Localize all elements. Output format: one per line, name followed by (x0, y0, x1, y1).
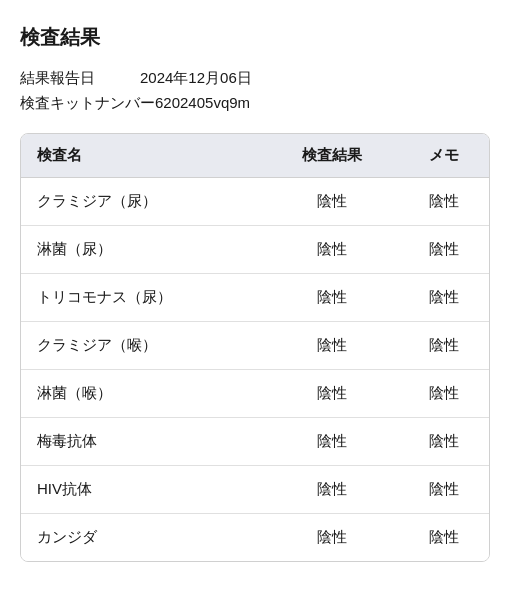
cell-test-name: 淋菌（尿） (21, 226, 264, 274)
date-label: 結果報告日 (20, 69, 140, 88)
cell-test-name: HIV抗体 (21, 466, 264, 514)
cell-test-result: 陰性 (264, 322, 398, 370)
cell-test-name: トリコモナス（尿） (21, 274, 264, 322)
cell-test-memo: 陰性 (399, 322, 489, 370)
table-row: HIV抗体陰性陰性 (21, 466, 489, 514)
cell-test-memo: 陰性 (399, 370, 489, 418)
date-row: 結果報告日 2024年12月06日 (20, 69, 490, 88)
table-row: クラミジア（尿）陰性陰性 (21, 178, 489, 226)
col-header-name: 検査名 (21, 134, 264, 178)
cell-test-memo: 陰性 (399, 274, 489, 322)
date-value: 2024年12月06日 (140, 69, 252, 88)
cell-test-result: 陰性 (264, 274, 398, 322)
col-header-result: 検査結果 (264, 134, 398, 178)
table-row: トリコモナス（尿）陰性陰性 (21, 274, 489, 322)
cell-test-name: クラミジア（喉） (21, 322, 264, 370)
table-row: 梅毒抗体陰性陰性 (21, 418, 489, 466)
cell-test-memo: 陰性 (399, 418, 489, 466)
table-row: カンジダ陰性陰性 (21, 514, 489, 562)
cell-test-memo: 陰性 (399, 178, 489, 226)
cell-test-name: クラミジア（尿） (21, 178, 264, 226)
table-row: 淋菌（喉）陰性陰性 (21, 370, 489, 418)
cell-test-name: 梅毒抗体 (21, 418, 264, 466)
cell-test-result: 陰性 (264, 178, 398, 226)
table-row: クラミジア（喉）陰性陰性 (21, 322, 489, 370)
table-row: 淋菌（尿）陰性陰性 (21, 226, 489, 274)
cell-test-result: 陰性 (264, 370, 398, 418)
kit-value: 6202405vq9m (155, 94, 250, 111)
col-header-memo: メモ (399, 134, 489, 178)
table-header-row: 検査名 検査結果 メモ (21, 134, 489, 178)
results-table: 検査名 検査結果 メモ クラミジア（尿）陰性陰性淋菌（尿）陰性陰性トリコモナス（… (21, 134, 489, 561)
info-section: 結果報告日 2024年12月06日 検査キットナンバー 6202405vq9m (20, 69, 490, 113)
results-table-container: 検査名 検査結果 メモ クラミジア（尿）陰性陰性淋菌（尿）陰性陰性トリコモナス（… (20, 133, 490, 562)
cell-test-memo: 陰性 (399, 466, 489, 514)
cell-test-result: 陰性 (264, 514, 398, 562)
cell-test-memo: 陰性 (399, 514, 489, 562)
cell-test-result: 陰性 (264, 466, 398, 514)
cell-test-memo: 陰性 (399, 226, 489, 274)
cell-test-result: 陰性 (264, 226, 398, 274)
page-title: 検査結果 (20, 24, 490, 51)
cell-test-name: 淋菌（喉） (21, 370, 264, 418)
kit-row: 検査キットナンバー 6202405vq9m (20, 94, 490, 113)
cell-test-result: 陰性 (264, 418, 398, 466)
kit-label: 検査キットナンバー (20, 94, 155, 113)
cell-test-name: カンジダ (21, 514, 264, 562)
